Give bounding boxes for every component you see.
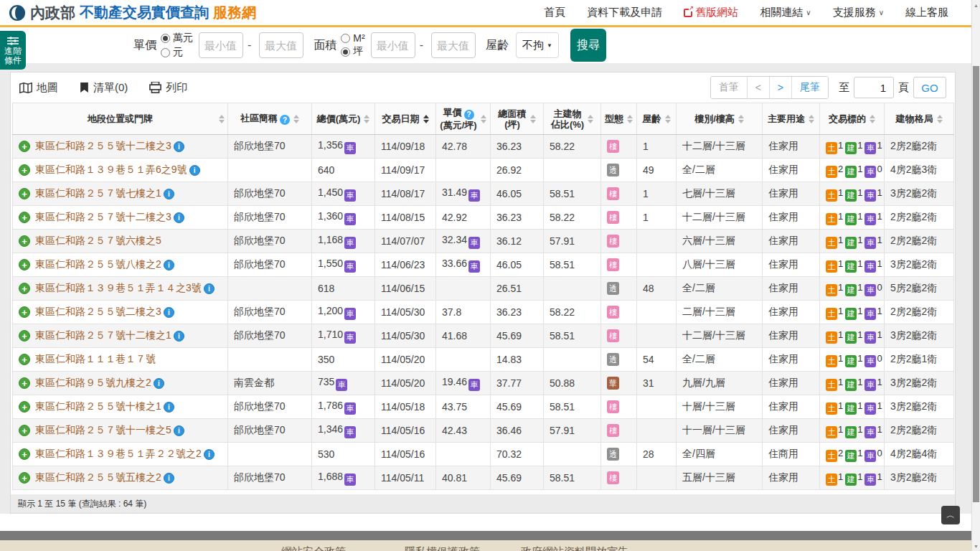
address-link[interactable]: 東區仁和路２５７號十二樓之3 bbox=[35, 211, 171, 222]
address-link[interactable]: 東區仁和路２５５號八樓之2 bbox=[35, 258, 161, 270]
back-to-top-button[interactable]: ︿ bbox=[941, 506, 960, 524]
column-header-deal[interactable]: 交易標的 bbox=[820, 103, 885, 135]
first-page-button[interactable]: 首筆 bbox=[711, 77, 748, 98]
address-link[interactable]: 東區仁和路２５７號十二樓之1 bbox=[35, 329, 171, 341]
info-icon[interactable]: i bbox=[204, 283, 215, 294]
advanced-filter-button[interactable]: 進階條件 bbox=[0, 31, 26, 70]
nav-item-1[interactable]: 資料下載及申請 bbox=[587, 6, 662, 19]
table-row[interactable]: +東區仁和路２５５號二樓之3i邰欣地堡701,200車114/05/3037.8… bbox=[13, 301, 954, 324]
info-icon[interactable]: i bbox=[174, 212, 184, 223]
info-icon[interactable]: i bbox=[164, 402, 174, 413]
table-row[interactable]: +東區仁和路１３９巷５１弄１４之3號i618114/06/1526.51透48全… bbox=[13, 277, 954, 301]
expand-row-icon[interactable]: + bbox=[19, 401, 30, 413]
vertical-scrollbar[interactable]: ▲ ▼ bbox=[971, 0, 980, 551]
info-icon[interactable]: i bbox=[174, 425, 184, 436]
address-link[interactable]: 東區仁和路２５５號二樓之3 bbox=[35, 306, 161, 317]
address-link[interactable]: 東區仁和路２５７號十一樓之5 bbox=[35, 424, 171, 435]
area-option-ping[interactable]: 坪 bbox=[341, 45, 364, 58]
address-link[interactable]: 東區仁和路１３９巷５１弄２２號之2 bbox=[35, 448, 202, 459]
unit-price-max-input[interactable] bbox=[259, 32, 303, 58]
table-row[interactable]: +東區仁和路２５５號十二樓之3i邰欣地堡701,356車114/09/1842.… bbox=[13, 135, 954, 159]
address-link[interactable]: 東區仁和路９５號九樓之2 bbox=[35, 377, 151, 388]
expand-row-icon[interactable]: + bbox=[19, 212, 30, 223]
table-row[interactable]: +東區仁和路２５７號十二樓之3i邰欣地堡701,360車114/08/1542.… bbox=[13, 206, 954, 230]
unit-price-option-wan[interactable]: 萬元 bbox=[161, 32, 193, 44]
table-row[interactable]: +東區仁和路２５７號十一樓之5i邰欣地堡701,346車114/05/1642.… bbox=[13, 419, 954, 443]
map-button[interactable]: 地圖 bbox=[19, 81, 58, 95]
info-icon[interactable]: i bbox=[174, 141, 184, 152]
info-icon[interactable]: i bbox=[204, 449, 215, 460]
unit-price-min-input[interactable] bbox=[199, 32, 243, 58]
column-header-area[interactable]: 總面積(坪) bbox=[491, 103, 544, 135]
address-link[interactable]: 東區仁和路２５７號七樓之1 bbox=[35, 187, 161, 199]
scrollbar-down-arrow[interactable]: ▼ bbox=[972, 541, 980, 551]
column-header-layout[interactable]: 建物格局 bbox=[885, 103, 954, 135]
expand-row-icon[interactable]: + bbox=[19, 306, 30, 318]
column-header-address[interactable]: 地段位置或門牌 bbox=[13, 103, 228, 135]
area-min-input[interactable] bbox=[371, 32, 415, 58]
table-row[interactable]: +東區仁和路１３９巷５１弄6之9號i640114/09/1726.92透49全/… bbox=[13, 159, 954, 182]
info-icon[interactable]: i bbox=[164, 307, 174, 318]
nav-item-4[interactable]: 支援服務∨ bbox=[833, 6, 884, 19]
address-link[interactable]: 東區仁和路１３９巷５１弄6之9號 bbox=[35, 164, 187, 175]
expand-row-icon[interactable]: + bbox=[19, 141, 30, 152]
prev-page-button[interactable]: < bbox=[748, 77, 770, 98]
nav-item-0[interactable]: 首頁 bbox=[544, 6, 565, 19]
info-icon[interactable]: i bbox=[174, 331, 184, 342]
column-header-date[interactable]: 交易日期 bbox=[375, 103, 436, 135]
expand-row-icon[interactable]: + bbox=[19, 354, 30, 365]
address-link[interactable]: 東區仁和路１３９巷５１弄１４之3號 bbox=[35, 282, 202, 293]
column-header-community[interactable]: 社區簡稱? bbox=[228, 103, 312, 135]
expand-row-icon[interactable]: + bbox=[19, 259, 30, 270]
table-row[interactable]: +東區仁和路２５７號十二樓之1i邰欣地堡701,710車114/05/3041.… bbox=[13, 324, 954, 348]
table-row[interactable]: +東區仁和路９５號九樓之2i南雲金都735車114/05/2019.46車37.… bbox=[13, 372, 954, 395]
go-button[interactable]: GO bbox=[913, 77, 946, 98]
nav-item-3[interactable]: 相關連結∨ bbox=[760, 6, 811, 19]
table-row[interactable]: +東區仁和路２５７號七樓之1i邰欣地堡701,450車114/08/1731.4… bbox=[13, 182, 954, 206]
expand-row-icon[interactable]: + bbox=[19, 448, 30, 460]
address-link[interactable]: 東區仁和路１１１巷１７號 bbox=[35, 353, 156, 364]
footer-link-0[interactable]: 網站安全政策 bbox=[281, 545, 346, 551]
expand-row-icon[interactable]: + bbox=[19, 188, 30, 199]
table-row[interactable]: +東區仁和路２５５號五樓之2i邰欣地堡701,688車114/05/1140.8… bbox=[13, 466, 954, 490]
column-header-ratio[interactable]: 主建物佔比(%) bbox=[544, 103, 601, 135]
area-option-m2[interactable]: M² bbox=[341, 32, 364, 44]
address-link[interactable]: 東區仁和路２５７號六樓之5 bbox=[35, 235, 161, 246]
table-row[interactable]: +東區仁和路２５７號六樓之5邰欣地堡701,168車114/07/0732.34… bbox=[13, 230, 954, 253]
expand-row-icon[interactable]: + bbox=[19, 235, 30, 247]
age-select[interactable]: 不拘 ▼ bbox=[516, 32, 559, 58]
info-icon[interactable]: i bbox=[189, 165, 200, 176]
page-number-input[interactable] bbox=[854, 77, 894, 98]
expand-row-icon[interactable]: + bbox=[19, 472, 30, 484]
expand-row-icon[interactable]: + bbox=[19, 164, 30, 176]
footer-link-1[interactable]: 隱私權保護政策 bbox=[405, 545, 480, 551]
nav-item-2[interactable]: 舊版網站 bbox=[684, 6, 738, 19]
expand-row-icon[interactable]: + bbox=[19, 377, 30, 389]
footer-link-2[interactable]: 政府網站資料開放宣告 bbox=[521, 545, 628, 551]
column-header-total-price[interactable]: 總價(萬元) bbox=[312, 103, 375, 135]
column-header-usage[interactable]: 主要用途 bbox=[763, 103, 820, 135]
table-row[interactable]: +東區仁和路２５５號十樓之1i邰欣地堡701,786車114/05/1843.7… bbox=[13, 395, 954, 419]
nav-item-5[interactable]: 線上客服 bbox=[905, 6, 948, 19]
scrollbar-thumb[interactable] bbox=[973, 66, 979, 502]
address-link[interactable]: 東區仁和路２５５號十樓之1 bbox=[35, 400, 161, 412]
last-page-button[interactable]: 尾筆 bbox=[792, 77, 828, 98]
site-logo[interactable]: 內政部 不動產交易實價查詢 服務網 bbox=[9, 3, 256, 23]
column-header-floor[interactable]: 樓別/樓高 bbox=[677, 103, 763, 135]
help-icon[interactable]: ? bbox=[464, 110, 474, 120]
print-button[interactable]: 列印 bbox=[149, 81, 187, 95]
column-header-unit-price[interactable]: 單價?(萬元/坪) bbox=[436, 103, 491, 135]
info-icon[interactable]: i bbox=[164, 189, 174, 199]
next-page-button[interactable]: > bbox=[770, 77, 792, 98]
expand-row-icon[interactable]: + bbox=[19, 425, 30, 436]
column-header-age[interactable]: 屋齡 bbox=[637, 103, 677, 135]
table-row[interactable]: +東區仁和路２５５號八樓之2i邰欣地堡701,550車114/06/2333.6… bbox=[13, 253, 954, 277]
help-icon[interactable]: ? bbox=[280, 115, 290, 125]
unit-price-option-yuan[interactable]: 元 bbox=[161, 46, 193, 59]
table-row[interactable]: +東區仁和路１１１巷１７號350114/05/2014.83透54全/二層住家用… bbox=[13, 348, 954, 372]
expand-row-icon[interactable]: + bbox=[19, 330, 30, 342]
info-icon[interactable]: i bbox=[164, 473, 174, 484]
info-icon[interactable]: i bbox=[154, 378, 164, 389]
table-row[interactable]: +東區仁和路１３９巷５１弄２２號之2i530114/05/1670.32透28全… bbox=[13, 443, 954, 466]
area-max-input[interactable] bbox=[431, 32, 476, 58]
